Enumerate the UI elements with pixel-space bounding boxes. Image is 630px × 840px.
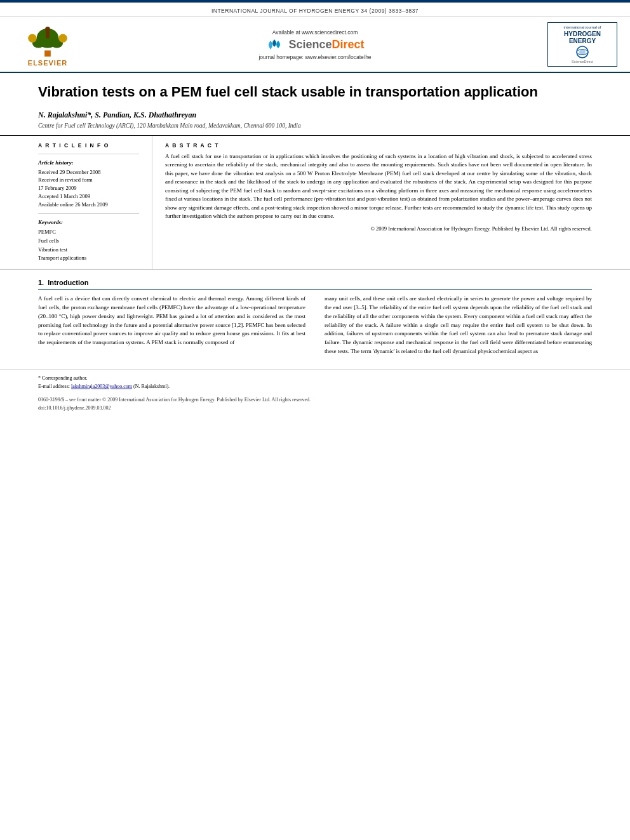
divider1 xyxy=(38,154,139,154)
center-logos: Available at www.sciencedirect.com Scien… xyxy=(258,29,371,60)
email-address[interactable]: lakshmiraja2003@yahoo.com xyxy=(71,383,132,389)
body-right: many unit cells, and these unit cells ar… xyxy=(325,295,592,357)
logos-row: ELSEVIER Available at www.sciencedirect.… xyxy=(0,17,630,73)
divider2 xyxy=(38,213,139,214)
sd-small: ScienceDirect xyxy=(572,60,593,63)
journal-title: INTERNATIONAL JOURNAL OF HYDROGEN ENERGY… xyxy=(211,8,419,14)
footer-info: 0360-3199/$ – see front matter © 2009 In… xyxy=(0,394,630,415)
intro-heading: 1. Introduction xyxy=(38,279,592,290)
sd-direct: Direct xyxy=(332,38,365,51)
sd-science: Science xyxy=(288,38,332,51)
keywords-label: Keywords: xyxy=(38,219,139,225)
abstract-text: A fuel cell stack for use in transportat… xyxy=(165,152,592,221)
journal-homepage: journal homepage: www.elsevier.com/locat… xyxy=(258,54,371,60)
email-person: (N. Rajalakshmi). xyxy=(133,383,170,389)
kw1: PEMFC xyxy=(38,228,139,237)
svg-point-5 xyxy=(58,34,67,43)
revised-date: 17 February 2009 xyxy=(38,184,139,192)
copyright: © 2009 International Association for Hyd… xyxy=(165,225,592,233)
elsevier-text: ELSEVIER xyxy=(28,59,67,67)
kw2: Fuel cells xyxy=(38,237,139,246)
article-info-label: A R T I C L E I N F O xyxy=(38,142,139,149)
hydrogen-main-text: HYDROGENENERGY xyxy=(564,30,601,44)
affiliation: Centre for Fuel cell Technology (ARCI), … xyxy=(38,123,592,129)
elsevier-logo: ELSEVIER xyxy=(13,22,83,67)
svg-point-6 xyxy=(45,27,50,32)
sciencedirect-logo: ScienceDirect xyxy=(265,38,364,51)
hydrogen-logo: international journal of HYDROGENENERGY … xyxy=(547,22,617,67)
svg-point-4 xyxy=(28,34,36,43)
abstract-col: A B S T R A C T A fuel cell stack for us… xyxy=(152,136,617,269)
intro-right-text: many unit cells, and these unit cells ar… xyxy=(325,295,592,357)
accepted: Accepted 1 March 2009 xyxy=(38,192,139,201)
issn-line: 0360-3199/$ – see front matter © 2009 In… xyxy=(38,396,592,404)
received1: Received 29 December 2008 xyxy=(38,168,139,177)
doi-line: doi:10.1016/j.ijhydene.2009.03.002 xyxy=(38,404,592,413)
history-label: Article history: xyxy=(38,159,139,166)
svg-rect-7 xyxy=(46,31,50,39)
hydrogen-intl-text: international journal of xyxy=(563,25,601,30)
hydrogen-icon xyxy=(570,46,595,58)
kw4: Transport applications xyxy=(38,254,139,263)
sd-leaf-icon xyxy=(265,38,286,51)
journal-header: INTERNATIONAL JOURNAL OF HYDROGEN ENERGY… xyxy=(0,3,630,17)
abstract-label: A B S T R A C T xyxy=(165,142,592,149)
sd-text: ScienceDirect xyxy=(288,38,364,51)
received-revised: Received in revised form xyxy=(38,176,139,184)
title-section: Vibration tests on a PEM fuel cell stack… xyxy=(0,73,630,136)
intro-number: 1. xyxy=(38,279,44,286)
intro-left-text: A fuel cell is a device that can directl… xyxy=(38,295,305,348)
body-columns: A fuel cell is a device that can directl… xyxy=(38,295,592,357)
footnote-star: * Corresponding author. xyxy=(38,375,88,381)
intro-title: Introduction xyxy=(48,279,88,286)
authors: N. Rajalakshmi*, S. Pandian, K.S. Dhatha… xyxy=(38,110,592,120)
kw3: Vibration test xyxy=(38,246,139,255)
email-label: E-mail address: xyxy=(38,383,70,389)
body-content: 1. Introduction A fuel cell is a device … xyxy=(0,270,630,363)
corresponding-author: * Corresponding author. xyxy=(38,375,592,383)
two-col-section: A R T I C L E I N F O Article history: R… xyxy=(0,136,630,270)
article-title: Vibration tests on a PEM fuel cell stack… xyxy=(38,83,592,102)
available-online: Available online 26 March 2009 xyxy=(38,201,139,209)
body-left: A fuel cell is a device that can directl… xyxy=(38,295,305,357)
footnote-area: * Corresponding author. E-mail address: … xyxy=(0,369,630,394)
email-line: E-mail address: lakshmiraja2003@yahoo.co… xyxy=(38,383,592,391)
article-info-col: A R T I C L E I N F O Article history: R… xyxy=(13,136,152,269)
svg-rect-0 xyxy=(44,50,51,57)
elsevier-tree-icon xyxy=(22,26,73,58)
page: INTERNATIONAL JOURNAL OF HYDROGEN ENERGY… xyxy=(0,0,630,840)
available-text: Available at www.sciencedirect.com xyxy=(272,29,358,36)
